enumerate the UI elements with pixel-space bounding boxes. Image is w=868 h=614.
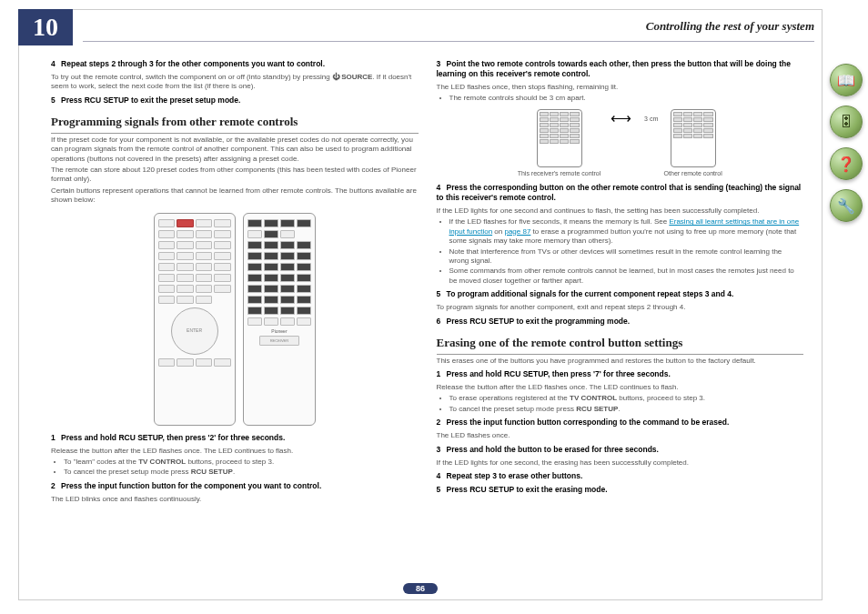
rstep-5-body: To program signals for another component…: [437, 303, 804, 312]
header-rule: [83, 41, 814, 42]
rstep-5: 5 To program additional signals for the …: [437, 289, 804, 299]
prog-step-1-notes: To "learn" codes at the TV CONTROL butto…: [64, 458, 419, 478]
other-remote-label: Other remote control: [664, 169, 722, 177]
left-column: 4 Repeat steps 2 through 3 for the other…: [42, 55, 428, 572]
rstep-3-body: The LED flashes once, then stops flashin…: [437, 83, 804, 92]
book-icon[interactable]: 📖: [830, 64, 863, 96]
step-number: 4: [51, 59, 56, 68]
step-4: 4 Repeat steps 2 through 3 for the other…: [51, 59, 419, 69]
component-icon[interactable]: 🎛: [830, 106, 863, 138]
heading-programming-signals: Programming signals from other remote co…: [51, 115, 419, 134]
heading-erasing-one: Erasing one of the remote control button…: [437, 336, 804, 355]
remote-right-half: Pioneer RECEIVER: [243, 213, 316, 426]
content-columns: 4 Repeat steps 2 through 3 for the other…: [42, 55, 812, 572]
chapter-number-badge: 10: [18, 9, 73, 45]
prog-step-2-body: The LED blinks once and flashes continuo…: [51, 495, 419, 504]
prog-step-1: 1 Press and hold RCU SETUP, then press '…: [51, 433, 419, 443]
other-remote-icon: [671, 109, 716, 167]
page-number-badge: 86: [403, 583, 438, 594]
step-number: 5: [51, 96, 56, 105]
distance-label: 3 cm: [644, 115, 658, 123]
brand-logo: Pioneer: [247, 328, 311, 335]
dpad-icon: ENTER: [171, 307, 218, 355]
erase-step-5: 5 Press RCU SETUP to exit the erasing mo…: [437, 485, 804, 495]
erase-step-3: 3 Press and hold the button to be erased…: [437, 445, 804, 455]
remote-left-half: ENTER: [154, 213, 236, 426]
setup-icon[interactable]: 🔧: [830, 189, 863, 222]
rstep-4-notes: If the LED flashes for five seconds, it …: [449, 217, 804, 286]
double-arrow-icon: ⟷: [611, 109, 631, 128]
erase-step-1: 1 Press and hold RCU SETUP, then press '…: [437, 369, 804, 379]
step-title: Repeat steps 2 through 3 for the other c…: [61, 59, 325, 68]
rstep-3: 3 Point the two remote controls towards …: [437, 59, 804, 79]
erase-step-3-body: If the LED lights for one second, the er…: [437, 458, 804, 468]
this-remote-icon: [537, 109, 582, 167]
step-5: 5 Press RCU SETUP to exit the preset set…: [51, 96, 419, 106]
help-icon[interactable]: ❓: [830, 147, 863, 180]
step-title: Press RCU SETUP to exit the preset setup…: [61, 96, 240, 105]
erasing-intro: This erases one of the buttons you have …: [437, 357, 804, 366]
manual-page: 10 Controlling the rest of your system 4…: [18, 9, 823, 600]
two-remotes-diagram: This receiver's remote control ⟷ 3 cm Ot…: [437, 109, 804, 177]
rstep-3-notes: The remote controls should be 3 cm apart…: [449, 94, 804, 103]
erase-step-1-body: Release the button after the LED flashes…: [437, 383, 804, 392]
prog-step-2: 2 Press the input function button for th…: [51, 481, 419, 491]
link-page-87[interactable]: page 87: [504, 227, 530, 236]
side-nav-icons: 📖 🎛 ❓ 🔧: [830, 64, 863, 222]
rstep-4-body: If the LED lights for one second and con…: [437, 206, 804, 216]
right-column: 3 Point the two remote controls towards …: [428, 55, 813, 572]
section-header: Controlling the rest of your system: [646, 19, 814, 34]
para-3: Certain buttons represent operations tha…: [51, 186, 419, 206]
this-remote-label: This receiver's remote control: [518, 169, 601, 177]
erase-step-4: 4 Repeat step 3 to erase other buttons.: [437, 471, 804, 481]
step-4-body: To try out the remote control, switch th…: [51, 73, 419, 92]
rstep-6: 6 Press RCU SETUP to exit the programmin…: [437, 317, 804, 327]
rstep-4: 4 Press the corresponding button on the …: [437, 183, 804, 203]
prog-step-1-body: Release the button after the LED flashes…: [51, 447, 419, 456]
remote-diagram: ENTER Pioneer RECEIVER: [51, 213, 419, 426]
erase-step-2-body: The LED flashes once.: [437, 431, 804, 440]
para-2: The remote can store about 120 preset co…: [51, 166, 419, 185]
receiver-button-label: RECEIVER: [259, 336, 299, 346]
erase-step-1-notes: To erase operations registered at the TV…: [449, 394, 804, 414]
para-1: If the preset code for your component is…: [51, 136, 419, 164]
erase-step-2: 2 Press the input function button corres…: [437, 418, 804, 428]
